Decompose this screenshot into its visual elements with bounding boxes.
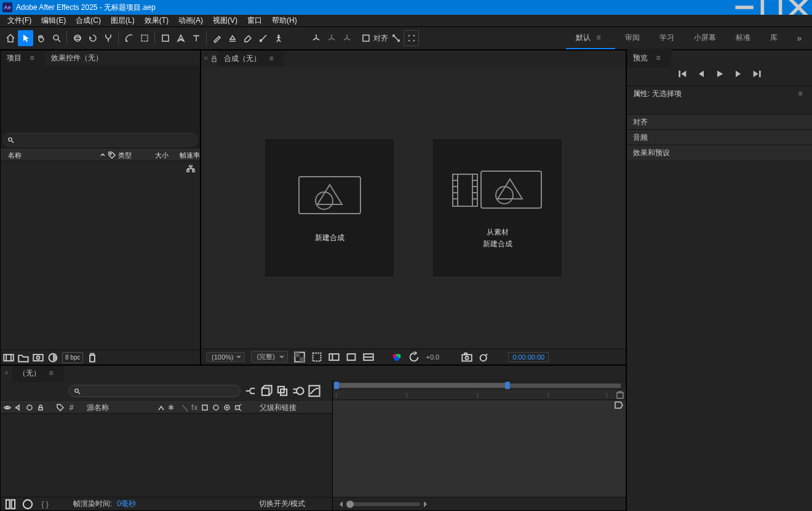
exposure-value[interactable]: +0.0	[426, 353, 439, 361]
toggle-mask-icon[interactable]	[311, 352, 322, 363]
effects-presets-panel[interactable]: 效果和预设	[627, 145, 812, 160]
col-fps[interactable]: 帧速率	[180, 151, 200, 160]
reset-exposure-icon[interactable]	[408, 352, 420, 363]
panel-menu-icon[interactable]	[265, 52, 278, 65]
col-parent-link[interactable]: 父级和链接	[260, 403, 297, 413]
resolution-dropdown[interactable]: (完整)	[251, 351, 288, 363]
menu-animation[interactable]: 动画(A)	[173, 14, 208, 27]
orbit-tool[interactable]	[70, 30, 85, 46]
prev-frame-button[interactable]	[696, 69, 706, 79]
comp-mini-flowchart-icon[interactable]	[244, 385, 257, 397]
adjustment-layer-icon[interactable]	[47, 352, 58, 363]
label-col-icon[interactable]	[56, 404, 65, 411]
workspace-review[interactable]: 审阅	[615, 27, 650, 49]
timeline-ruler-area[interactable]	[333, 380, 626, 510]
brush-tool[interactable]	[209, 30, 225, 46]
menu-effect[interactable]: 效果(T)	[140, 14, 173, 27]
region-of-interest-icon[interactable]	[346, 352, 357, 363]
new-folder-icon[interactable]	[18, 352, 29, 363]
pen-tool[interactable]	[173, 30, 188, 46]
solo-col-icon[interactable]	[25, 404, 34, 411]
zoom-slider[interactable]	[346, 502, 420, 506]
color-mgmt-icon[interactable]	[391, 352, 402, 363]
selection-tool[interactable]	[18, 30, 33, 46]
col-type[interactable]: 类型	[118, 151, 153, 160]
roto-brush-tool[interactable]	[255, 30, 271, 46]
zoom-tool[interactable]	[49, 30, 64, 46]
menu-file[interactable]: 文件(F)	[2, 14, 36, 27]
eraser-tool[interactable]	[240, 30, 255, 46]
tab-preview[interactable]: 预览	[627, 49, 671, 67]
menu-window[interactable]: 窗口	[242, 14, 267, 27]
col-source-name[interactable]: 源名称	[87, 403, 154, 413]
menu-edit[interactable]: 编辑(E)	[36, 14, 71, 27]
comp-marker-bin-icon[interactable]	[616, 391, 624, 400]
work-area-end-handle[interactable]	[505, 382, 510, 389]
new-comp-icon[interactable]	[33, 352, 44, 363]
clone-stamp-tool[interactable]	[225, 30, 240, 46]
close-button[interactable]	[785, 0, 812, 15]
shy-icon[interactable]	[157, 404, 165, 411]
workspace-standard[interactable]: 标准	[726, 27, 760, 49]
transparency-grid-icon[interactable]	[294, 352, 305, 363]
next-frame-button[interactable]	[733, 69, 743, 79]
play-button[interactable]	[715, 69, 725, 79]
timecode-icon[interactable]	[328, 352, 340, 363]
maximize-button[interactable]	[758, 0, 785, 15]
snap-toggle[interactable]	[358, 30, 373, 46]
motion-blur-icon[interactable]	[292, 385, 304, 397]
timeline-search[interactable]	[68, 385, 241, 397]
axis-mode-world[interactable]	[324, 30, 339, 46]
index-col[interactable]: #	[67, 403, 76, 412]
work-area-start-handle[interactable]	[334, 382, 339, 389]
snapshot-icon[interactable]	[461, 352, 472, 363]
last-frame-button[interactable]	[752, 69, 762, 79]
workspace-library[interactable]: 库	[760, 27, 787, 49]
timeline-tracks-area[interactable]	[333, 400, 626, 497]
panel-menu-icon[interactable]	[794, 87, 807, 100]
workspace-default[interactable]: 默认	[566, 27, 615, 49]
audio-col-icon[interactable]	[14, 404, 23, 411]
new-composition-card[interactable]: 新建合成	[264, 138, 395, 278]
project-search[interactable]	[3, 133, 197, 147]
tab-composition[interactable]: 合成（无）	[218, 50, 284, 68]
rotate-tool[interactable]	[85, 30, 100, 46]
zoom-in-icon[interactable]	[424, 501, 430, 507]
frame-blend-icon[interactable]	[276, 385, 289, 397]
trash-icon[interactable]	[87, 352, 98, 363]
mask-tool[interactable]	[137, 30, 152, 46]
col-size[interactable]: 大小	[155, 151, 177, 160]
snap-options[interactable]	[388, 30, 404, 46]
tab-timeline[interactable]: （无）	[12, 365, 64, 382]
menu-layer[interactable]: 图层(L)	[106, 14, 140, 27]
graph-editor-icon[interactable]	[308, 385, 320, 397]
menu-help[interactable]: 帮助(H)	[267, 14, 302, 27]
timeline-layer-list[interactable]	[1, 414, 332, 497]
show-snapshot-icon[interactable]	[479, 352, 490, 363]
time-ruler[interactable]	[333, 390, 626, 400]
panel-menu-icon[interactable]	[44, 366, 58, 380]
audio-panel[interactable]: 音频	[627, 129, 812, 145]
axis-mode-local[interactable]	[308, 30, 324, 46]
axis-mode-view[interactable]	[339, 30, 354, 46]
workspace-menu-icon[interactable]	[592, 31, 605, 44]
workspace-learn[interactable]: 学习	[650, 27, 684, 49]
type-tool[interactable]	[188, 30, 204, 46]
toggle-switches-icon[interactable]	[4, 498, 17, 510]
work-area-bar[interactable]	[333, 382, 626, 390]
flowchart-icon[interactable]	[186, 165, 195, 172]
lock-icon[interactable]	[210, 55, 218, 62]
workspace-small[interactable]: 小屏幕	[684, 27, 726, 49]
panel-menu-icon[interactable]	[25, 51, 39, 65]
zoom-out-icon[interactable]	[336, 501, 343, 507]
first-frame-button[interactable]	[678, 69, 688, 79]
eye-col-icon[interactable]	[3, 404, 12, 411]
toggle-transfer-icon[interactable]	[22, 498, 34, 510]
align-panel[interactable]: 对齐	[627, 114, 812, 129]
puppet-tool[interactable]	[271, 30, 286, 46]
panel-menu-icon[interactable]	[651, 51, 665, 65]
color-depth-button[interactable]: 8 bpc	[62, 352, 83, 363]
rectangle-tool[interactable]	[157, 30, 173, 46]
preview-timecode[interactable]: 0:00:00:00	[508, 352, 549, 362]
workspace-overflow[interactable]: »	[787, 33, 812, 43]
